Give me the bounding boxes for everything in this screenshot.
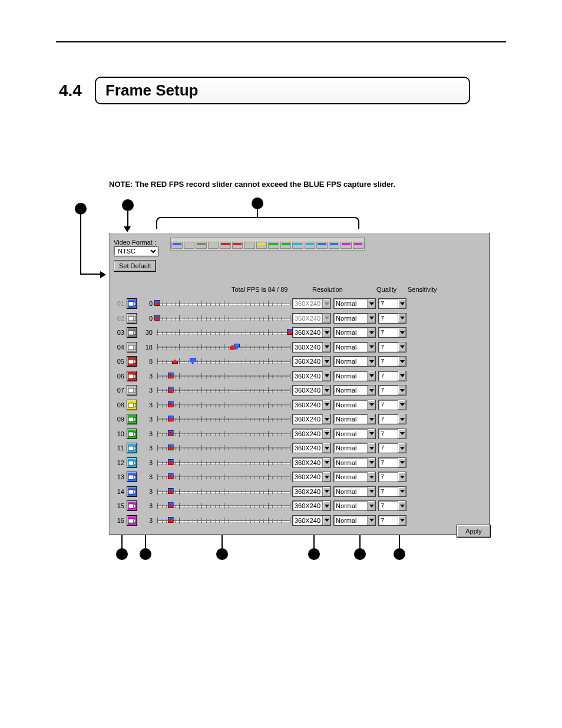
res-select[interactable]: 360X240 [292, 414, 331, 424]
qual-select[interactable]: Normal [333, 486, 376, 497]
res-select[interactable]: 360X240 [292, 385, 331, 396]
record-slider-thumb[interactable] [168, 488, 174, 494]
fps-slider[interactable] [157, 386, 290, 394]
qual-select[interactable]: Normal [333, 385, 376, 396]
qual-select[interactable]: Normal [333, 313, 376, 324]
record-slider-thumb[interactable] [172, 358, 178, 364]
camera-icon[interactable] [127, 515, 137, 526]
fps-slider[interactable] [157, 430, 290, 438]
res-select[interactable]: 360X240 [292, 472, 331, 482]
res-select[interactable]: 360X240 [292, 342, 331, 353]
qual-select[interactable]: Normal [333, 342, 376, 353]
res-select[interactable]: 360X240 [292, 327, 331, 338]
chevron-down-icon [322, 501, 330, 510]
res-select[interactable]: 360X240 [292, 371, 331, 381]
record-slider-thumb[interactable] [168, 459, 174, 465]
sens-select[interactable]: 7 [378, 371, 406, 381]
qual-select[interactable]: Normal [333, 457, 376, 468]
fps-slider[interactable] [157, 357, 290, 365]
sens-select[interactable]: 7 [378, 342, 406, 353]
sens-select[interactable]: 7 [378, 443, 406, 453]
record-slider-thumb[interactable] [168, 373, 174, 378]
camera-icon[interactable] [127, 313, 137, 324]
qual-select[interactable]: Normal [333, 414, 376, 424]
qual-select[interactable]: Normal [333, 472, 376, 482]
fps-slider[interactable] [157, 516, 290, 525]
fps-value: 3 [140, 488, 155, 495]
res-select[interactable]: 360X240 [292, 500, 331, 511]
sens-select[interactable]: 7 [378, 457, 406, 468]
qual-select[interactable]: Normal [333, 298, 376, 309]
video-format-select[interactable]: NTSC [114, 246, 158, 256]
record-slider-thumb[interactable] [168, 473, 174, 479]
fps-slider[interactable] [157, 502, 290, 510]
camera-icon[interactable] [127, 327, 137, 338]
fps-slider[interactable] [157, 415, 290, 423]
qual-select[interactable]: Normal [333, 371, 376, 381]
record-slider-thumb[interactable] [287, 329, 293, 335]
camera-icon[interactable] [127, 486, 137, 497]
fps-slider[interactable] [157, 372, 290, 380]
sens-select[interactable]: 7 [378, 313, 406, 324]
camera-icon[interactable] [127, 385, 137, 396]
qual-select[interactable]: Normal [333, 443, 376, 453]
apply-button[interactable]: Apply [457, 525, 491, 538]
res-select[interactable]: 360X240 [292, 486, 331, 497]
camera-icon[interactable] [127, 356, 137, 367]
svg-marker-5 [134, 331, 135, 335]
qual-select[interactable]: Normal [333, 500, 376, 511]
sens-select[interactable]: 7 [378, 385, 406, 396]
sens-value: 7 [379, 358, 398, 365]
record-slider-thumb[interactable] [168, 517, 174, 523]
record-slider-thumb[interactable] [168, 387, 174, 393]
sens-select[interactable]: 7 [378, 400, 406, 410]
fps-slider[interactable] [157, 343, 290, 351]
sens-select[interactable]: 7 [378, 486, 406, 497]
sens-select[interactable]: 7 [378, 472, 406, 482]
fps-slider[interactable] [157, 459, 290, 467]
svg-marker-15 [134, 403, 135, 407]
fps-slider[interactable] [157, 328, 290, 337]
res-select[interactable]: 360X240 [292, 429, 331, 439]
camera-icon[interactable] [127, 429, 137, 439]
record-slider-thumb[interactable] [168, 430, 174, 436]
camera-icon[interactable] [127, 400, 137, 410]
record-slider-thumb[interactable] [230, 344, 236, 350]
fps-slider[interactable] [157, 401, 290, 409]
capture-slider-thumb[interactable] [190, 358, 196, 364]
sens-select[interactable]: 7 [378, 414, 406, 424]
camera-icon[interactable] [127, 472, 137, 482]
sens-select[interactable]: 7 [378, 298, 406, 309]
fps-slider[interactable] [157, 487, 290, 496]
sens-select[interactable]: 7 [378, 429, 406, 439]
res-select[interactable]: 360X240 [292, 457, 331, 468]
record-slider-thumb[interactable] [168, 502, 174, 508]
fps-slider[interactable] [157, 473, 290, 481]
record-slider-thumb[interactable] [168, 401, 174, 407]
set-default-button[interactable]: Set Default [114, 260, 156, 272]
res-select[interactable]: 360X240 [292, 443, 331, 453]
res-select[interactable]: 360X240 [292, 400, 331, 410]
record-slider-thumb[interactable] [168, 444, 174, 450]
camera-icon[interactable] [127, 371, 137, 381]
res-select[interactable]: 360X240 [292, 515, 331, 526]
qual-select[interactable]: Normal [333, 515, 376, 526]
camera-icon[interactable] [127, 342, 137, 353]
qual-select[interactable]: Normal [333, 327, 376, 338]
qual-select[interactable]: Normal [333, 429, 376, 439]
res-select[interactable]: 360X240 [292, 356, 331, 367]
sens-select[interactable]: 7 [378, 356, 406, 367]
camera-icon[interactable] [127, 457, 137, 468]
sens-select[interactable]: 7 [378, 327, 406, 338]
record-slider-thumb[interactable] [168, 416, 174, 421]
sens-select[interactable]: 7 [378, 515, 406, 526]
camera-icon[interactable] [127, 298, 137, 309]
camera-icon[interactable] [127, 443, 137, 453]
camera-icon[interactable] [127, 414, 137, 424]
camera-icon[interactable] [127, 500, 137, 511]
fps-slider[interactable] [157, 444, 290, 452]
qual-select[interactable]: Normal [333, 356, 376, 367]
sens-select[interactable]: 7 [378, 500, 406, 511]
qual-select[interactable]: Normal [333, 400, 376, 410]
channel-number: 04 [114, 344, 124, 351]
